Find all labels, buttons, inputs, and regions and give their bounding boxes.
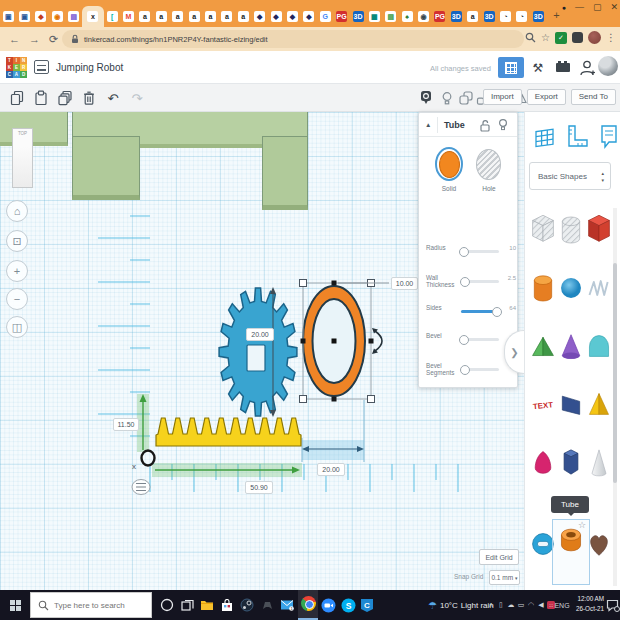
visibility-pin-button[interactable] [417, 89, 435, 107]
shape-tile-hole-cylinder[interactable] [558, 212, 584, 252]
browser-tab[interactable]: a [137, 6, 153, 27]
scrollbar-thumb[interactable] [613, 263, 617, 483]
browser-tab[interactable]: ▣ [0, 6, 16, 27]
shape-tile-paraboloid[interactable] [530, 444, 556, 484]
weather-widget[interactable]: ☂ 10°C Light rain [428, 590, 494, 620]
gap-distance-label[interactable]: 20.00 [317, 463, 345, 476]
phone-link-icon[interactable]: ▯ [496, 590, 506, 620]
slider-track[interactable] [461, 310, 499, 313]
unlock-icon[interactable] [479, 119, 491, 132]
browser-tab[interactable]: ▤ [66, 6, 82, 27]
shape-tile-cone-white[interactable] [586, 444, 612, 484]
action-center-button[interactable] [604, 590, 620, 620]
browser-tab[interactable]: 3D [448, 6, 464, 27]
slider-track[interactable] [461, 338, 499, 341]
browser-tab[interactable]: ◔ [497, 6, 513, 27]
shape-tile-cylinder[interactable] [530, 270, 556, 310]
browser-tab[interactable]: a [465, 6, 481, 27]
slider-knob[interactable] [460, 277, 470, 287]
c-app-app[interactable]: C [357, 590, 377, 620]
show-all-button[interactable] [438, 89, 456, 107]
slider-value[interactable]: 10 [501, 245, 516, 251]
slider-track[interactable] [461, 368, 499, 371]
browser-tab[interactable]: 3D [350, 6, 366, 27]
workplane-tool[interactable] [533, 124, 557, 150]
browser-tab[interactable]: ◔ [514, 6, 530, 27]
task-view-app[interactable] [177, 590, 197, 620]
start-button[interactable] [0, 590, 30, 620]
slider-knob[interactable] [459, 335, 469, 345]
hole-swatch[interactable] [476, 149, 501, 180]
search-input[interactable] [54, 601, 144, 610]
steam-app[interactable] [237, 590, 257, 620]
bookmark-star-icon[interactable]: ☆ [541, 33, 550, 43]
gear-size-label[interactable]: 20.00 [246, 328, 274, 341]
zoom-out-button[interactable]: − [6, 288, 28, 310]
browser-tab[interactable]: ◉ [415, 6, 431, 27]
solid-swatch[interactable] [435, 147, 463, 181]
extension-icon[interactable] [572, 32, 583, 43]
edit-grid-button[interactable]: Edit Grid [479, 549, 519, 565]
duplicate-button[interactable] [56, 89, 74, 107]
browser-tab[interactable]: 3D [481, 6, 497, 27]
design-title[interactable]: Jumping Robot [56, 62, 123, 73]
shape-tile-box[interactable] [586, 212, 612, 252]
slider-track[interactable] [461, 250, 499, 253]
sidebar-scrollbar[interactable] [613, 208, 617, 586]
notes-tool[interactable] [597, 124, 620, 150]
skype-app[interactable]: S [338, 590, 358, 620]
delete-button[interactable] [80, 89, 98, 107]
browser-tab[interactable]: a [153, 6, 169, 27]
share-person-button[interactable] [576, 57, 598, 78]
blocks-view-button[interactable] [498, 57, 524, 78]
browser-tab[interactable]: ◆ [284, 6, 300, 27]
hidden-icons-chevron[interactable]: ∧ [486, 590, 496, 620]
rack-height-label[interactable]: 11.50 [113, 418, 139, 431]
browser-tab[interactable]: PG [432, 6, 448, 27]
browser-tab[interactable]: ◆ [301, 6, 317, 27]
pinned-extension-icon[interactable]: ● [562, 4, 566, 11]
user-avatar[interactable] [598, 56, 618, 76]
shape-tile-wedge[interactable] [558, 386, 584, 426]
close-button[interactable]: ✕ [610, 2, 618, 12]
browser-tab[interactable]: a [186, 6, 202, 27]
shape-tile-pyramid[interactable] [586, 386, 612, 426]
zoom-app[interactable] [318, 590, 338, 620]
undo-button[interactable]: ↶ [104, 89, 122, 107]
browser-tab[interactable]: ▤ [383, 6, 399, 27]
profile-avatar[interactable] [588, 31, 601, 44]
onedrive-icon[interactable]: ☁ [506, 590, 516, 620]
slider-track[interactable] [461, 280, 499, 283]
browser-tab[interactable]: x [82, 6, 104, 27]
back-button[interactable]: ← [9, 33, 20, 45]
view-cube[interactable]: TOP [12, 128, 33, 188]
browser-tab[interactable]: ◆ [33, 6, 49, 27]
url-field[interactable]: tinkercad.com/things/hn1PNR2P4Y-fantasti… [62, 30, 524, 48]
browser-tab[interactable]: a [170, 6, 186, 27]
browser-menu-icon[interactable]: ⋮ [606, 32, 616, 43]
shape-tile-hole-box[interactable] [530, 212, 556, 252]
language-indicator[interactable]: ENG [552, 590, 572, 620]
redo-button[interactable]: ↷ [128, 89, 146, 107]
browser-tab[interactable]: M [120, 6, 136, 27]
lego-brick-button[interactable] [552, 57, 574, 78]
green-box-left[interactable] [0, 112, 68, 146]
zoom-page-icon[interactable] [525, 32, 536, 43]
slider-value[interactable]: 64 [501, 305, 516, 311]
shape-tile-cone[interactable] [558, 328, 584, 368]
browser-tab[interactable]: ◆ [268, 6, 284, 27]
shape-tile-roof[interactable] [530, 328, 556, 368]
monitor-icon[interactable]: ▭ [516, 590, 526, 620]
adblock-extension-icon[interactable]: ✓ [555, 32, 567, 44]
browser-tab[interactable]: a [235, 6, 251, 27]
send-to-button[interactable]: Send To [571, 89, 616, 105]
browser-tab[interactable]: ▦ [366, 6, 382, 27]
browser-tab[interactable]: ◆ [251, 6, 267, 27]
green-box-deep-left[interactable] [72, 136, 140, 200]
zoom-in-button[interactable]: + [6, 260, 28, 282]
cortana-app[interactable] [157, 590, 177, 620]
taskbar-search[interactable] [30, 592, 152, 618]
fit-view-button[interactable]: ⊡ [6, 230, 28, 252]
wifi-icon[interactable]: ◠ [526, 590, 536, 620]
rack-width-label[interactable]: 50.90 [245, 481, 273, 494]
